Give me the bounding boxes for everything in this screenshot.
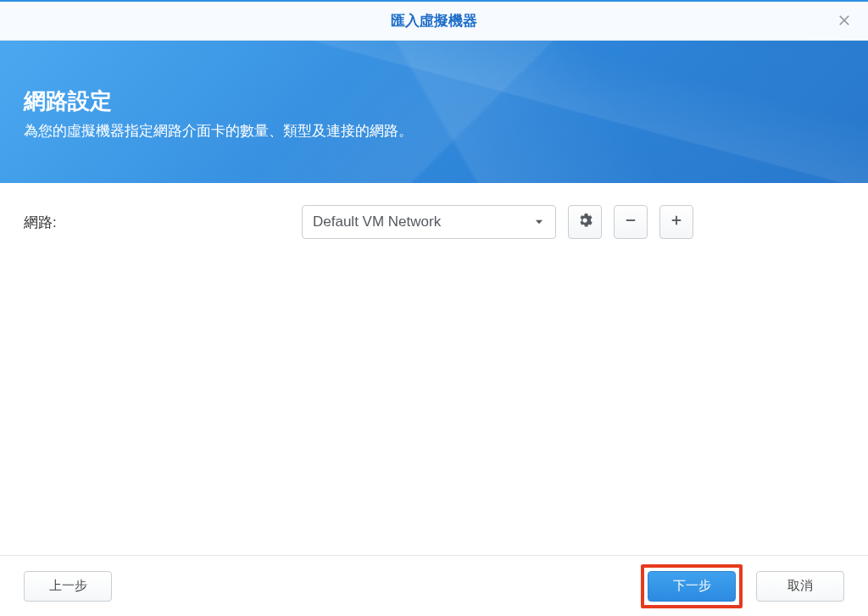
page-title: 網路設定	[24, 86, 844, 116]
chevron-down-icon	[533, 216, 545, 228]
network-select-value: Default VM Network	[313, 214, 441, 230]
dialog-title: 匯入虛擬機器	[391, 11, 477, 31]
close-icon	[837, 13, 852, 31]
page-subtitle: 為您的虛擬機器指定網路介面卡的數量、類型及連接的網路。	[24, 121, 844, 141]
footer-right: 下一步 取消	[641, 564, 844, 608]
next-button[interactable]: 下一步	[648, 571, 736, 602]
content-area: 網路: Default VM Network	[0, 183, 868, 555]
gear-icon	[577, 213, 593, 231]
remove-network-button[interactable]	[614, 205, 648, 239]
back-button[interactable]: 上一步	[24, 571, 112, 602]
minus-icon	[623, 213, 638, 231]
next-button-label: 下一步	[673, 578, 711, 594]
add-network-button[interactable]	[659, 205, 693, 239]
plus-icon	[669, 213, 684, 231]
network-settings-button[interactable]	[568, 205, 602, 239]
network-label: 網路:	[24, 213, 290, 232]
banner: 網路設定 為您的虛擬機器指定網路介面卡的數量、類型及連接的網路。	[0, 41, 868, 183]
cancel-button-label: 取消	[787, 578, 813, 594]
next-button-highlight: 下一步	[641, 564, 743, 608]
network-row: 網路: Default VM Network	[24, 205, 844, 239]
close-button[interactable]	[834, 12, 854, 32]
cancel-button[interactable]: 取消	[756, 571, 844, 602]
footer: 上一步 下一步 取消	[0, 555, 868, 616]
network-select[interactable]: Default VM Network	[302, 205, 556, 239]
title-bar: 匯入虛擬機器	[0, 0, 868, 41]
back-button-label: 上一步	[49, 578, 87, 594]
